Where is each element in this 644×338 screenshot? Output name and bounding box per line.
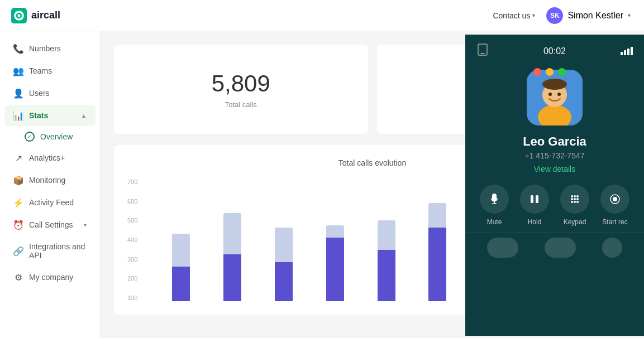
y-label-300: 300 [127, 256, 137, 263]
svg-point-16 [576, 195, 579, 197]
logo: aircall [11, 8, 60, 23]
stats-icon: 📊 [13, 110, 23, 120]
sidebar-label-overview: Overview [40, 132, 73, 141]
svg-point-21 [574, 201, 576, 203]
svg-point-9 [557, 93, 561, 96]
sidebar-label-activity-feed: Activity Feed [29, 198, 87, 207]
svg-rect-3 [480, 53, 485, 54]
sidebar-item-teams[interactable]: 👥 Teams [4, 60, 96, 81]
svg-point-17 [571, 198, 573, 200]
mute-label: Mute [487, 218, 502, 226]
integrations-icon: 🔗 [13, 246, 23, 256]
sidebar-label-my-company: My company [29, 273, 87, 282]
window-minimize-button[interactable] [546, 68, 554, 76]
total-calls-value: 5,809 [212, 70, 270, 97]
y-label-700: 700 [127, 178, 137, 185]
sidebar-item-numbers[interactable]: 📞 Numbers [4, 38, 96, 59]
svg-point-14 [571, 195, 573, 197]
sidebar: 📞 Numbers 👥 Teams 👤 Users 📊 Stats ▲ ✓ Ov… [0, 31, 101, 338]
svg-point-15 [574, 195, 576, 197]
bar-bottom-6 [428, 228, 446, 301]
bar-group-2 [207, 178, 258, 301]
svg-point-22 [576, 201, 579, 203]
sidebar-item-analytics[interactable]: ↗ Analytics+ [4, 147, 96, 168]
contact-avatar [527, 70, 583, 125]
header-right: Contact us ▾ SK Simon Kestler ▾ [493, 7, 631, 24]
bar-bottom-2 [223, 254, 241, 301]
bar-stack-4 [326, 178, 344, 301]
user-menu[interactable]: SK Simon Kestler ▾ [546, 7, 631, 24]
sidebar-item-my-company[interactable]: ⚙ My company [4, 267, 96, 288]
bar-top-5 [378, 220, 395, 250]
call-settings-arrow-icon: ▾ [84, 222, 87, 228]
bottom-action-2[interactable] [545, 238, 576, 258]
bar-top-4 [326, 225, 344, 238]
svg-point-20 [571, 201, 573, 203]
svg-rect-12 [531, 195, 533, 203]
bottom-actions [465, 233, 644, 262]
hold-label: Hold [528, 218, 542, 226]
y-label-100: 100 [127, 294, 137, 301]
bar-bottom-3 [275, 262, 293, 301]
window-close-button[interactable] [533, 68, 541, 76]
contact-photo-svg [527, 70, 583, 125]
keypad-icon [560, 185, 589, 214]
phone-screen-icon [476, 44, 489, 59]
svg-point-24 [613, 197, 617, 201]
sidebar-item-users[interactable]: 👤 Users [4, 83, 96, 104]
bar-group-1 [155, 178, 207, 301]
chevron-down-icon: ▾ [532, 12, 535, 18]
user-avatar: SK [546, 7, 563, 24]
call-actions: Mute Hold [465, 173, 644, 230]
hold-button[interactable]: Hold [520, 185, 549, 226]
keypad-button[interactable]: Keypad [560, 185, 589, 226]
activity-feed-icon: ⚡ [13, 197, 23, 207]
contact-photo-inner [527, 70, 583, 125]
sidebar-item-integrations[interactable]: 🔗 Integrations and API [4, 236, 96, 265]
record-icon [600, 185, 629, 214]
sidebar-label-numbers: Numbers [29, 44, 87, 53]
view-details-link[interactable]: View details [465, 165, 644, 173]
bar-stack-3 [275, 178, 293, 301]
bar-bottom-5 [378, 250, 395, 301]
bar-group-5 [361, 178, 412, 301]
y-label-600: 600 [127, 198, 137, 205]
total-calls-card: 5,809 Total calls [114, 45, 368, 134]
aircall-logo-icon [11, 8, 27, 23]
sidebar-item-monitoring[interactable]: 📦 Monitoring [4, 170, 96, 191]
sidebar-item-stats[interactable]: 📊 Stats ▲ [4, 105, 96, 126]
sidebar-item-overview[interactable]: ✓ Overview [0, 127, 100, 146]
mute-icon [480, 185, 509, 214]
overview-indicator: ✓ [25, 132, 35, 142]
bar-group-6 [412, 178, 463, 301]
signal-strength-icon [621, 47, 633, 55]
contact-us-button[interactable]: Contact us ▾ [493, 11, 535, 20]
teams-icon: 👥 [13, 66, 23, 76]
bottom-action-3[interactable] [602, 238, 622, 258]
sidebar-item-call-settings[interactable]: ⏰ Call Settings ▾ [4, 214, 96, 235]
sidebar-label-analytics: Analytics+ [29, 153, 87, 162]
bottom-action-1[interactable] [487, 238, 518, 258]
mute-button[interactable]: Mute [480, 185, 509, 226]
bar-top-6 [428, 203, 446, 228]
sidebar-item-activity-feed[interactable]: ⚡ Activity Feed [4, 192, 96, 213]
sidebar-label-monitoring: Monitoring [29, 176, 87, 185]
svg-point-18 [574, 198, 576, 200]
start-rec-label: Start rec [602, 218, 627, 226]
svg-rect-13 [536, 195, 538, 203]
bar-bottom-1 [172, 267, 190, 301]
sidebar-label-stats: Stats [29, 111, 75, 120]
bar-top-2 [223, 213, 241, 255]
stats-arrow-icon: ▲ [81, 113, 87, 119]
svg-point-7 [542, 79, 567, 90]
bar-stack-1 [172, 178, 190, 301]
bar-top-3 [275, 228, 293, 262]
start-rec-button[interactable]: Start rec [600, 185, 629, 226]
sidebar-label-integrations: Integrations and API [29, 242, 87, 260]
y-label-500: 500 [127, 217, 137, 224]
chart-y-labels: 100 200 300 400 500 600 700 [127, 178, 137, 301]
call-timer: 00:02 [543, 46, 566, 56]
my-company-icon: ⚙ [13, 272, 23, 282]
window-maximize-button[interactable] [558, 68, 566, 76]
monitoring-icon: 📦 [13, 175, 23, 185]
